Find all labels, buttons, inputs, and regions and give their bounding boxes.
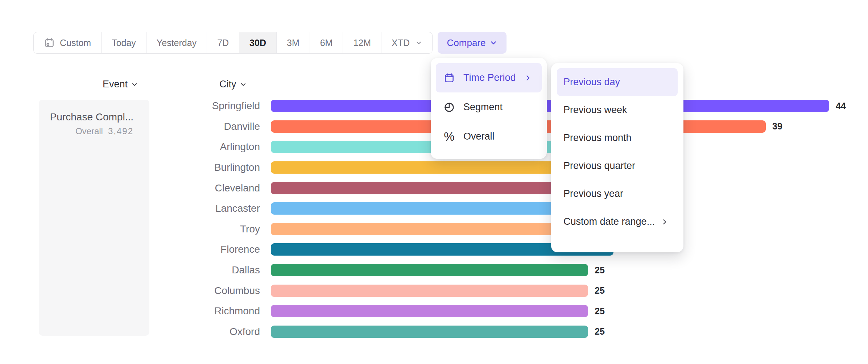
bar-category-label: Danville bbox=[145, 121, 260, 132]
chevron-down-icon bbox=[416, 40, 422, 46]
chevron-right-icon bbox=[661, 218, 668, 226]
bar-springfield[interactable] bbox=[271, 100, 829, 112]
bar-row: Lancaster bbox=[145, 198, 868, 219]
compare-button[interactable]: Compare bbox=[438, 32, 507, 54]
bar-category-label: Columbus bbox=[145, 285, 260, 297]
date-range-custom-button[interactable]: Custom bbox=[34, 32, 101, 53]
analytics-report-canvas: Custom Today Yesterday 7D 30D 3M 6M 12M … bbox=[0, 0, 868, 364]
event-card[interactable]: Purchase Compl... Overall3,492 bbox=[39, 100, 149, 336]
date-range-3m-button[interactable]: 3M bbox=[276, 32, 310, 53]
date-range-12m-button[interactable]: 12M bbox=[343, 32, 381, 53]
date-range-xtd-button[interactable]: XTD bbox=[381, 32, 432, 53]
city-column-header[interactable]: City bbox=[219, 79, 247, 90]
bar-dallas[interactable] bbox=[271, 264, 588, 276]
bar-category-label: Troy bbox=[145, 223, 260, 235]
submenu-item-label: Previous day bbox=[563, 76, 620, 88]
compare-dropdown-menu: Time Period Segment % Overall bbox=[431, 58, 547, 159]
date-range-custom-label: Custom bbox=[60, 38, 91, 48]
submenu-item-label: Custom date range... bbox=[563, 216, 655, 227]
bar-value-label: 25 bbox=[595, 306, 605, 317]
event-column-header[interactable]: Event bbox=[103, 79, 138, 90]
menu-item-label: Time Period bbox=[463, 72, 516, 83]
bar-value-label: 44 bbox=[836, 101, 846, 111]
menu-item-label: Overall bbox=[463, 131, 495, 142]
chevron-right-icon bbox=[524, 74, 532, 82]
chevron-down-icon bbox=[131, 81, 138, 88]
bar-row: Burlington bbox=[145, 157, 868, 178]
chevron-down-icon bbox=[490, 39, 497, 46]
compare-button-label: Compare bbox=[447, 37, 486, 49]
calendar-icon bbox=[443, 73, 455, 83]
bar-value-label: 39 bbox=[772, 121, 782, 132]
submenu-item-previous-week[interactable]: Previous week bbox=[557, 96, 678, 124]
bar-row: Richmond 25 bbox=[145, 301, 868, 322]
event-overall-row: Overall3,492 bbox=[46, 126, 133, 136]
bar-category-label: Richmond bbox=[145, 305, 260, 317]
calendar-icon bbox=[44, 37, 55, 48]
bar-category-label: Arlington bbox=[145, 141, 260, 153]
bar-category-label: Florence bbox=[145, 244, 260, 255]
submenu-item-label: Previous quarter bbox=[563, 160, 635, 171]
overall-label: Overall bbox=[75, 126, 103, 136]
menu-item-overall[interactable]: % Overall bbox=[436, 122, 542, 151]
city-column-label: City bbox=[219, 79, 236, 90]
bar-category-label: Dallas bbox=[145, 264, 260, 276]
bar-value-label: 25 bbox=[595, 285, 605, 296]
bar-value-label: 25 bbox=[595, 326, 605, 337]
submenu-item-custom-date-range[interactable]: Custom date range... bbox=[557, 208, 678, 236]
time-period-submenu: Previous day Previous week Previous mont… bbox=[551, 63, 683, 252]
bar-category-label: Springfield bbox=[145, 100, 260, 112]
date-range-7d-button[interactable]: 7D bbox=[207, 32, 239, 53]
percent-icon: % bbox=[443, 131, 455, 142]
bar-richmond[interactable] bbox=[271, 305, 588, 317]
bar-columbus[interactable] bbox=[271, 285, 588, 297]
bar-row: Troy bbox=[145, 219, 868, 240]
bar-row: Florence bbox=[145, 239, 868, 260]
date-range-6m-button[interactable]: 6M bbox=[310, 32, 343, 53]
submenu-item-previous-quarter[interactable]: Previous quarter bbox=[557, 152, 678, 180]
menu-item-time-period[interactable]: Time Period bbox=[436, 63, 542, 92]
date-range-today-button[interactable]: Today bbox=[101, 32, 146, 53]
bar-row: Dallas 25 bbox=[145, 260, 868, 281]
bar-oxford[interactable] bbox=[271, 326, 588, 338]
submenu-item-label: Previous week bbox=[563, 104, 627, 116]
overall-value: 3,492 bbox=[108, 126, 133, 136]
event-column-label: Event bbox=[103, 79, 128, 90]
bar-row: Cleveland bbox=[145, 178, 868, 198]
menu-item-label: Segment bbox=[463, 102, 503, 113]
chevron-down-icon bbox=[240, 81, 247, 88]
bar-category-label: Burlington bbox=[145, 162, 260, 173]
submenu-item-previous-year[interactable]: Previous year bbox=[557, 180, 678, 208]
submenu-item-label: Previous year bbox=[563, 188, 623, 199]
bar-category-label: Oxford bbox=[145, 326, 260, 338]
bar-value-label: 25 bbox=[595, 265, 605, 276]
bar-row: Oxford 25 bbox=[145, 322, 868, 342]
submenu-item-label: Previous month bbox=[563, 132, 632, 144]
menu-item-segment[interactable]: Segment bbox=[436, 92, 542, 122]
date-range-30d-button[interactable]: 30D bbox=[239, 32, 276, 53]
date-range-toolbar: Custom Today Yesterday 7D 30D 3M 6M 12M … bbox=[33, 32, 433, 54]
bar-category-label: Cleveland bbox=[145, 182, 260, 194]
event-name: Purchase Compl... bbox=[46, 111, 133, 123]
segment-icon bbox=[443, 102, 455, 113]
submenu-item-previous-day[interactable]: Previous day bbox=[557, 68, 678, 96]
bar-category-label: Lancaster bbox=[145, 203, 260, 214]
submenu-item-previous-month[interactable]: Previous month bbox=[557, 124, 678, 152]
date-range-yesterday-button[interactable]: Yesterday bbox=[146, 32, 207, 53]
bar-row: Columbus 25 bbox=[145, 280, 868, 301]
